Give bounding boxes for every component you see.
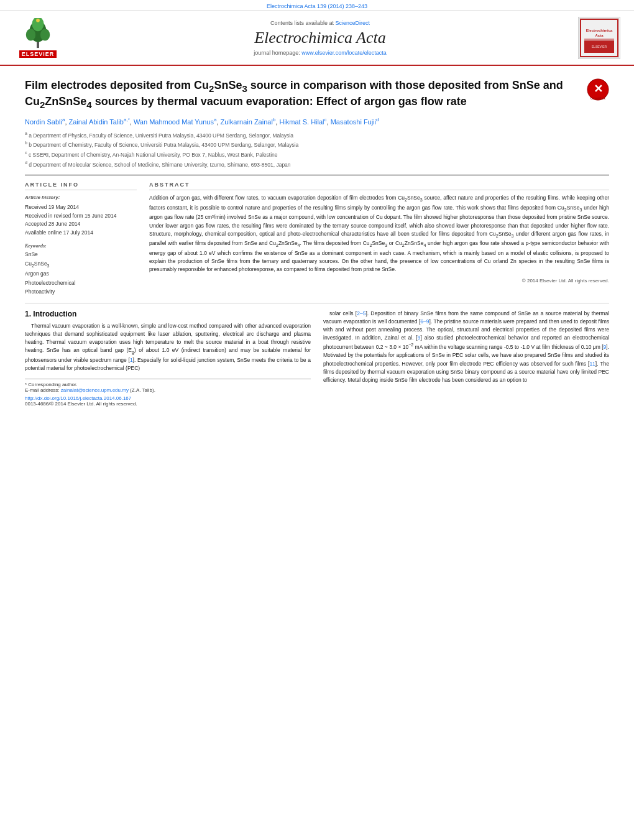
svg-text:CrossMark: CrossMark — [590, 96, 606, 100]
footnote-area: * Corresponding author. E-mail address: … — [25, 379, 311, 407]
svg-point-5 — [36, 19, 40, 22]
citation-link[interactable]: Electrochimica Acta 139 (2014) 238–243 — [267, 3, 367, 9]
journal-center: Contents lists available at ScienceDirec… — [66, 20, 574, 56]
affiliation-a: a a Department of Physics, Faculty of Sc… — [25, 131, 609, 140]
introduction-section: 1. Introduction Thermal vacuum evaporati… — [25, 310, 609, 407]
article-title: Film electrodes deposited from Cu2SnSe3 … — [25, 78, 579, 111]
elsevier-logo: ELSEVIER — [19, 18, 57, 58]
section-title-intro: 1. Introduction — [25, 310, 311, 318]
crossmark-badge[interactable]: ✕ CrossMark — [587, 78, 609, 101]
article-title-section: Film electrodes deposited from Cu2SnSe3 … — [25, 73, 609, 111]
journal-title: Electrochimica Acta — [66, 29, 574, 47]
abstract-text: Addition of argon gas, with different fl… — [149, 194, 609, 274]
keywords-list: SnSe Cu2SnSe3 Argon gas Photoelectrochem… — [25, 250, 137, 296]
received-date: Received 19 May 2014 — [25, 203, 137, 212]
journal-logo-right: Electrochimica Acta ELSEVIER — [574, 16, 624, 60]
article-info-heading: ARTICLE INFO — [25, 182, 137, 190]
online-date: Available online 17 July 2014 — [25, 229, 137, 238]
author-masatoshi[interactable]: Masatoshi Fujii — [331, 118, 376, 126]
journal-url[interactable]: www.elsevier.com/locate/electacta — [301, 50, 387, 56]
issn-note: 0013-4686/© 2014 Elsevier Ltd. All right… — [25, 401, 311, 407]
email-link[interactable]: zainalat@science.upm.edu.my — [61, 387, 129, 393]
elsevier-label: ELSEVIER — [19, 50, 57, 58]
intro-para-2: solar cells [2–5]. Deposition of binary … — [323, 310, 609, 384]
svg-text:Electrochimica: Electrochimica — [586, 29, 613, 32]
doi-link[interactable]: http://dx.doi.org/10.1016/j.electacta.20… — [25, 395, 311, 401]
history-label: Article history: — [25, 194, 137, 202]
keywords-label: Keywords: — [25, 243, 137, 249]
svg-text:ELSEVIER: ELSEVIER — [592, 45, 607, 48]
accepted-date: Accepted 28 June 2014 — [25, 220, 137, 229]
keyword-cu2snse3: Cu2SnSe3 — [25, 259, 137, 270]
keyword-photoactivity: Photoactivity — [25, 287, 137, 296]
journal-badge: Electrochimica Acta ELSEVIER — [578, 17, 620, 59]
intro-col-left: 1. Introduction Thermal vacuum evaporati… — [25, 310, 311, 407]
corresponding-note: * Corresponding author. — [25, 382, 311, 387]
article-info-column: ARTICLE INFO Article history: Received 1… — [25, 182, 137, 297]
svg-text:Acta: Acta — [595, 34, 604, 37]
sciencedirect-link[interactable]: ScienceDirect — [336, 20, 370, 26]
copyright-line: © 2014 Elsevier Ltd. All rights reserved… — [149, 278, 609, 284]
author-wan[interactable]: Wan Mahmood Mat Yunus — [134, 118, 214, 126]
affiliation-d: d d Department of Molecular Science, Sch… — [25, 160, 609, 169]
affiliation-c: c c SSERI, Department of Chemistry, An-N… — [25, 150, 609, 159]
keyword-snse: SnSe — [25, 250, 137, 259]
affiliation-b: b b Department of Chemistry, Faculty of … — [25, 140, 609, 149]
keywords-block: Keywords: SnSe Cu2SnSe3 Argon gas Photoe… — [25, 243, 137, 296]
intro-para-1: Thermal vacuum evaporation is a well-kno… — [25, 322, 311, 373]
svg-point-2 — [26, 29, 35, 40]
main-content: Film electrodes deposited from Cu2SnSe3 … — [0, 66, 634, 414]
svg-point-3 — [40, 29, 50, 40]
intro-body-right: solar cells [2–5]. Deposition of binary … — [323, 310, 609, 384]
abstract-column: ABSTRACT Addition of argon gas, with dif… — [149, 182, 609, 297]
author-nordin[interactable]: Nordin Sabli — [25, 118, 62, 126]
elsevier-logo-left: ELSEVIER — [10, 18, 66, 58]
journal-badge-icon: Electrochimica Acta ELSEVIER — [579, 18, 619, 58]
intro-body-left: Thermal vacuum evaporation is a well-kno… — [25, 322, 311, 373]
article-info-abstract-section: ARTICLE INFO Article history: Received 1… — [25, 175, 609, 297]
section-divider — [25, 303, 609, 303]
intro-col-right: solar cells [2–5]. Deposition of binary … — [323, 310, 609, 407]
sciencedirect-text: Contents lists available at ScienceDirec… — [66, 20, 574, 26]
abstract-heading: ABSTRACT — [149, 182, 609, 190]
journal-header: ELSEVIER Contents lists available at Sci… — [0, 11, 634, 66]
keyword-argon: Argon gas — [25, 269, 137, 278]
elsevier-tree-icon — [19, 18, 57, 49]
author-hikmat[interactable]: Hikmat S. Hilal — [279, 118, 324, 126]
affiliations: a a Department of Physics, Faculty of Sc… — [25, 131, 609, 168]
authors: Nordin Sablia, Zainal Abidin Taliba,*, W… — [25, 117, 609, 126]
keyword-pec: Photoelectrochemical — [25, 279, 137, 287]
article-history: Article history: Received 19 May 2014 Re… — [25, 194, 137, 237]
journal-homepage: journal homepage: www.elsevier.com/locat… — [66, 50, 574, 56]
email-note: E-mail address: zainalat@science.upm.edu… — [25, 387, 311, 393]
svg-text:✕: ✕ — [594, 83, 603, 95]
author-zainal[interactable]: Zainal Abidin Talib — [69, 118, 124, 126]
author-zulkarnain[interactable]: Zulkarnain Zainal — [220, 118, 272, 126]
revised-date: Received in revised form 15 June 2014 — [25, 212, 137, 221]
top-banner: Electrochimica Acta 139 (2014) 238–243 — [0, 0, 634, 11]
